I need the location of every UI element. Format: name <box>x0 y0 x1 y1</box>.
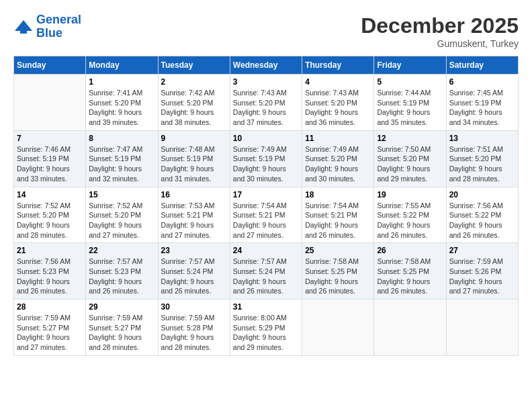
day-number: 27 <box>449 246 515 255</box>
day-number: 23 <box>161 246 227 255</box>
day-info: Sunrise: 7:44 AMSunset: 5:19 PMDaylight:… <box>377 88 443 128</box>
calendar-cell: 2Sunrise: 7:42 AMSunset: 5:20 PMDaylight… <box>158 75 230 131</box>
calendar-cell: 29Sunrise: 7:59 AMSunset: 5:27 PMDayligh… <box>86 300 158 356</box>
calendar-week-row: 14Sunrise: 7:52 AMSunset: 5:20 PMDayligh… <box>14 187 519 243</box>
day-number: 21 <box>17 246 83 255</box>
calendar-cell <box>446 300 518 356</box>
calendar-cell: 13Sunrise: 7:51 AMSunset: 5:20 PMDayligh… <box>446 130 518 187</box>
calendar-cell <box>374 300 446 356</box>
calendar-header-row: SundayMondayTuesdayWednesdayThursdayFrid… <box>14 56 519 75</box>
calendar-table: SundayMondayTuesdayWednesdayThursdayFrid… <box>13 56 519 356</box>
calendar-cell: 30Sunrise: 7:59 AMSunset: 5:28 PMDayligh… <box>158 300 230 356</box>
calendar-cell: 27Sunrise: 7:59 AMSunset: 5:26 PMDayligh… <box>446 243 518 300</box>
day-info: Sunrise: 7:42 AMSunset: 5:20 PMDaylight:… <box>161 88 227 128</box>
day-number: 20 <box>449 190 515 199</box>
day-info: Sunrise: 7:55 AMSunset: 5:22 PMDaylight:… <box>377 201 443 240</box>
calendar-week-row: 1Sunrise: 7:41 AMSunset: 5:20 PMDaylight… <box>14 75 519 131</box>
logo-icon <box>13 19 34 35</box>
day-number: 16 <box>161 190 227 199</box>
calendar-cell: 26Sunrise: 7:58 AMSunset: 5:25 PMDayligh… <box>374 243 446 300</box>
day-number: 8 <box>89 134 154 143</box>
day-number: 11 <box>305 134 371 143</box>
calendar-cell: 11Sunrise: 7:49 AMSunset: 5:20 PMDayligh… <box>302 130 374 187</box>
day-number: 14 <box>17 190 83 199</box>
calendar-cell: 19Sunrise: 7:55 AMSunset: 5:22 PMDayligh… <box>374 187 446 243</box>
day-info: Sunrise: 7:48 AMSunset: 5:19 PMDaylight:… <box>161 144 227 184</box>
calendar-cell <box>302 300 374 356</box>
calendar-cell: 7Sunrise: 7:46 AMSunset: 5:19 PMDaylight… <box>14 130 86 187</box>
day-info: Sunrise: 7:49 AMSunset: 5:20 PMDaylight:… <box>305 144 371 184</box>
day-info: Sunrise: 7:43 AMSunset: 5:20 PMDaylight:… <box>305 88 371 128</box>
header-saturday: Saturday <box>446 56 518 75</box>
day-info: Sunrise: 7:57 AMSunset: 5:24 PMDaylight:… <box>233 257 299 296</box>
calendar-cell: 9Sunrise: 7:48 AMSunset: 5:19 PMDaylight… <box>158 130 230 187</box>
day-number: 4 <box>305 77 371 87</box>
location: Gumuskent, Turkey <box>361 38 519 49</box>
day-info: Sunrise: 7:56 AMSunset: 5:22 PMDaylight:… <box>449 201 515 240</box>
day-info: Sunrise: 7:57 AMSunset: 5:23 PMDaylight:… <box>89 257 154 296</box>
header-tuesday: Tuesday <box>158 56 230 75</box>
calendar-cell: 1Sunrise: 7:41 AMSunset: 5:20 PMDaylight… <box>86 75 158 131</box>
day-info: Sunrise: 8:00 AMSunset: 5:29 PMDaylight:… <box>233 313 299 353</box>
day-number: 13 <box>449 134 515 143</box>
day-info: Sunrise: 7:46 AMSunset: 5:19 PMDaylight:… <box>17 144 83 184</box>
day-info: Sunrise: 7:41 AMSunset: 5:20 PMDaylight:… <box>89 88 154 128</box>
day-info: Sunrise: 7:50 AMSunset: 5:20 PMDaylight:… <box>377 144 443 184</box>
day-number: 29 <box>89 302 154 312</box>
day-number: 18 <box>305 190 371 199</box>
calendar-cell: 15Sunrise: 7:52 AMSunset: 5:20 PMDayligh… <box>86 187 158 243</box>
day-info: Sunrise: 7:52 AMSunset: 5:20 PMDaylight:… <box>89 201 154 240</box>
logo-text: General Blue <box>36 13 81 40</box>
day-number: 19 <box>377 190 443 199</box>
day-info: Sunrise: 7:52 AMSunset: 5:20 PMDaylight:… <box>17 201 83 240</box>
calendar-cell: 3Sunrise: 7:43 AMSunset: 5:20 PMDaylight… <box>230 75 302 131</box>
day-number: 12 <box>377 134 443 143</box>
day-number: 30 <box>161 302 227 312</box>
day-info: Sunrise: 7:53 AMSunset: 5:21 PMDaylight:… <box>161 201 227 240</box>
calendar-cell: 4Sunrise: 7:43 AMSunset: 5:20 PMDaylight… <box>302 75 374 131</box>
day-number: 31 <box>233 302 299 312</box>
day-info: Sunrise: 7:49 AMSunset: 5:19 PMDaylight:… <box>233 144 299 184</box>
calendar-cell: 22Sunrise: 7:57 AMSunset: 5:23 PMDayligh… <box>86 243 158 300</box>
svg-rect-1 <box>20 31 27 34</box>
day-info: Sunrise: 7:54 AMSunset: 5:21 PMDaylight:… <box>305 201 371 240</box>
day-info: Sunrise: 7:43 AMSunset: 5:20 PMDaylight:… <box>233 88 299 128</box>
day-number: 2 <box>161 77 227 87</box>
day-info: Sunrise: 7:51 AMSunset: 5:20 PMDaylight:… <box>449 144 515 184</box>
day-number: 7 <box>17 134 83 143</box>
calendar-cell: 6Sunrise: 7:45 AMSunset: 5:19 PMDaylight… <box>446 75 518 131</box>
calendar-cell: 10Sunrise: 7:49 AMSunset: 5:19 PMDayligh… <box>230 130 302 187</box>
day-number: 1 <box>89 77 154 87</box>
day-info: Sunrise: 7:54 AMSunset: 5:21 PMDaylight:… <box>233 201 299 240</box>
calendar-cell: 23Sunrise: 7:57 AMSunset: 5:24 PMDayligh… <box>158 243 230 300</box>
month-title: December 2025 <box>361 13 519 38</box>
logo: General Blue <box>13 13 81 40</box>
header-friday: Friday <box>374 56 446 75</box>
calendar-cell: 16Sunrise: 7:53 AMSunset: 5:21 PMDayligh… <box>158 187 230 243</box>
day-info: Sunrise: 7:59 AMSunset: 5:27 PMDaylight:… <box>17 313 83 353</box>
title-block: December 2025 Gumuskent, Turkey <box>361 13 519 49</box>
day-info: Sunrise: 7:56 AMSunset: 5:23 PMDaylight:… <box>17 257 83 296</box>
page-header: General Blue December 2025 Gumuskent, Tu… <box>13 13 519 49</box>
calendar-cell: 18Sunrise: 7:54 AMSunset: 5:21 PMDayligh… <box>302 187 374 243</box>
day-number: 6 <box>449 77 515 87</box>
day-info: Sunrise: 7:57 AMSunset: 5:24 PMDaylight:… <box>161 257 227 296</box>
day-info: Sunrise: 7:58 AMSunset: 5:25 PMDaylight:… <box>377 257 443 296</box>
day-number: 25 <box>305 246 371 255</box>
calendar-week-row: 21Sunrise: 7:56 AMSunset: 5:23 PMDayligh… <box>14 243 519 300</box>
day-number: 28 <box>17 302 83 312</box>
header-thursday: Thursday <box>302 56 374 75</box>
calendar-cell: 24Sunrise: 7:57 AMSunset: 5:24 PMDayligh… <box>230 243 302 300</box>
day-number: 24 <box>233 246 299 255</box>
header-monday: Monday <box>86 56 158 75</box>
calendar-cell: 5Sunrise: 7:44 AMSunset: 5:19 PMDaylight… <box>374 75 446 131</box>
calendar-cell: 12Sunrise: 7:50 AMSunset: 5:20 PMDayligh… <box>374 130 446 187</box>
calendar-week-row: 7Sunrise: 7:46 AMSunset: 5:19 PMDaylight… <box>14 130 519 187</box>
day-number: 26 <box>377 246 443 255</box>
calendar-cell: 14Sunrise: 7:52 AMSunset: 5:20 PMDayligh… <box>14 187 86 243</box>
calendar-cell: 28Sunrise: 7:59 AMSunset: 5:27 PMDayligh… <box>14 300 86 356</box>
day-info: Sunrise: 7:58 AMSunset: 5:25 PMDaylight:… <box>305 257 371 296</box>
day-info: Sunrise: 7:45 AMSunset: 5:19 PMDaylight:… <box>449 88 515 128</box>
calendar-cell: 17Sunrise: 7:54 AMSunset: 5:21 PMDayligh… <box>230 187 302 243</box>
calendar-cell: 20Sunrise: 7:56 AMSunset: 5:22 PMDayligh… <box>446 187 518 243</box>
